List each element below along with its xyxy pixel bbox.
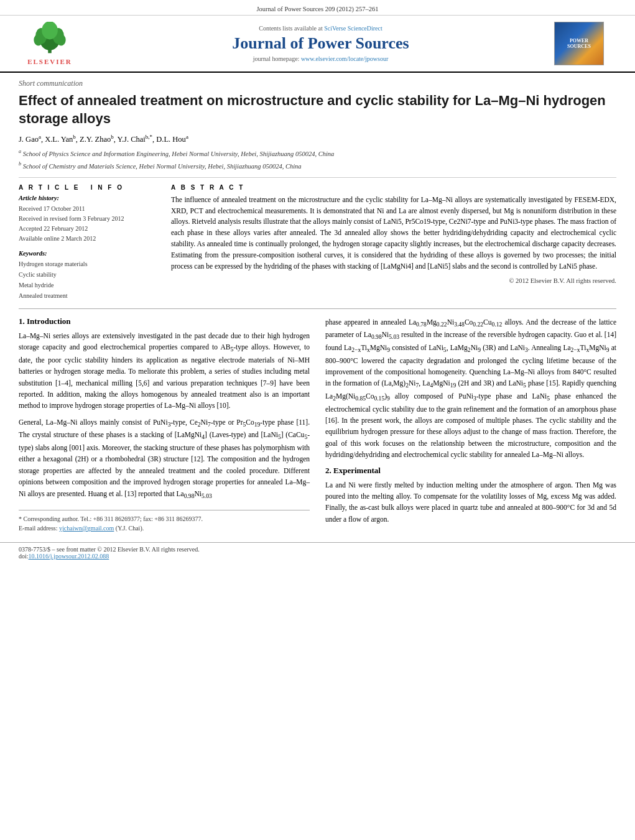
journal-cover-area: POWERSOURCES [554,22,616,65]
article-info-header: A R T I C L E I N F O [19,184,155,191]
authors: J. Gaoa, X.L. Yanb, Z.Y. Zhaob, Y.J. Cha… [19,134,616,144]
doi-link[interactable]: 10.1016/j.jpowsour.2012.02.088 [29,553,109,560]
divider-after-affiliations [19,177,616,178]
experimental-body: La and Ni were firstly melted by inducti… [325,479,616,525]
affiliation-b: b School of Chemistry and Materials Scie… [19,160,616,171]
intro-body: La–Mg–Ni series alloys are extensively i… [19,330,310,501]
accepted-date: Accepted 22 February 2012 [19,224,155,234]
keyword-2: Cyclic stability [19,269,155,280]
article-history-label: Article history: [19,195,155,201]
right-col-intro: phase appeared in annealed La0.78Mg0.22N… [325,316,616,461]
footer-bar: 0378-7753/$ – see front matter © 2012 El… [0,542,635,563]
abstract-col: A B S T R A C T The influence of anneale… [171,184,616,301]
keywords-section: Keywords: Hydrogen storage materials Cyc… [19,250,155,301]
available-date: Available online 2 March 2012 [19,234,155,244]
svg-point-4 [42,22,58,39]
elsevier-text: ELSEVIER [27,58,72,65]
top-bar: Journal of Power Sources 209 (2012) 257–… [0,0,635,16]
journal-url[interactable]: www.elsevier.com/locate/jpowsour [301,55,388,62]
journal-title: Journal of Power Sources [87,34,554,53]
header-center: Contents lists available at SciVerse Sci… [87,25,554,62]
article-content: Short communication Effect of annealed t… [0,73,635,542]
abstract-header: A B S T R A C T [171,184,616,191]
journal-cover-image: POWERSOURCES [554,22,604,65]
footnote-email: E-mail address: yjchaiwn@gmail.com (Y.J.… [19,524,310,533]
intro-title: 1. Introduction [19,316,310,326]
sciverse-line: Contents lists available at SciVerse Sci… [87,25,554,32]
affiliation-a: a School of Physics Science and Informat… [19,148,616,159]
received-date: Received 17 October 2011 [19,204,155,214]
keyword-1: Hydrogen storage materials [19,259,155,269]
body-left-col: 1. Introduction La–Mg–Ni series alloys a… [19,316,310,533]
experimental-title: 2. Experimental [325,466,616,476]
revised-date: Received in revised form 3 February 2012 [19,214,155,224]
elsevier-tree-icon [28,22,72,56]
keywords-label: Keywords: [19,250,155,257]
body-columns: 1. Introduction La–Mg–Ni series alloys a… [19,316,616,533]
email-link[interactable]: yjchaiwn@gmail.com [59,525,114,532]
page-header: ELSEVIER Contents lists available at Sci… [0,16,635,73]
footnote-area: * Corresponding author. Tel.: +86 311 86… [19,510,310,533]
body-right-col: phase appeared in annealed La0.78Mg0.22N… [325,316,616,533]
elsevier-logo-area: ELSEVIER [12,22,87,65]
abstract-text: The influence of annealed treatment on t… [171,195,616,272]
article-info-col: A R T I C L E I N F O Article history: R… [19,184,155,301]
page-wrapper: Journal of Power Sources 209 (2012) 257–… [0,0,635,840]
article-type: Short communication [19,79,616,88]
svg-point-5 [34,34,43,45]
body-divider [19,308,616,309]
keyword-3: Metal hydride [19,280,155,290]
keyword-4: Annealed treatment [19,290,155,301]
footer-issn: 0378-7753/$ – see front matter © 2012 El… [19,546,616,553]
footer-doi: doi:10.1016/j.jpowsour.2012.02.088 [19,553,616,560]
elsevier-logo: ELSEVIER [12,22,87,65]
journal-homepage: journal homepage: www.elsevier.com/locat… [87,55,554,62]
article-title: Effect of annealed treatment on microstr… [19,92,616,127]
copyright-line: © 2012 Elsevier B.V. All rights reserved… [171,277,616,284]
svg-point-6 [57,34,66,45]
article-info-abstract: A R T I C L E I N F O Article history: R… [19,184,616,301]
footnote-corresponding: * Corresponding author. Tel.: +86 311 86… [19,514,310,524]
journal-ref: Journal of Power Sources 209 (2012) 257–… [257,6,379,12]
